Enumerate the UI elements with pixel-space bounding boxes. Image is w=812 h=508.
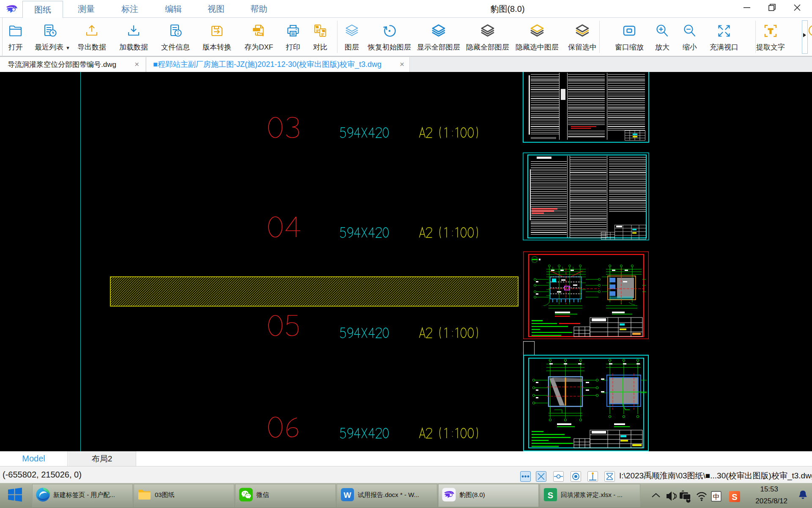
svg-text:V2: V2 <box>322 30 325 32</box>
svg-text:S: S <box>548 491 553 500</box>
svg-text:V1: V1 <box>316 26 318 28</box>
svg-text:中: 中 <box>713 493 720 500</box>
svg-text:DXF: DXF <box>254 28 259 31</box>
svg-text:S: S <box>732 492 737 502</box>
svg-text:W: W <box>344 491 351 500</box>
